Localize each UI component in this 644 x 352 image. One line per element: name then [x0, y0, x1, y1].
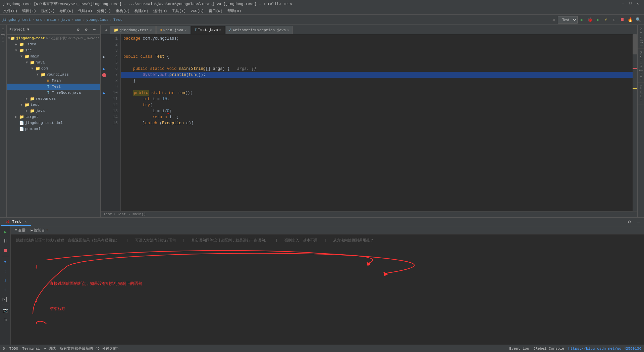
breadcrumb-java[interactable]: java — [61, 18, 70, 22]
window-controls[interactable]: ─ □ ✕ — [622, 1, 641, 6]
panel-gear-btn[interactable]: ⚙ — [83, 26, 90, 33]
scroll-thumb[interactable] — [633, 34, 637, 54]
menu-code[interactable]: 代码(O) — [76, 8, 94, 14]
tab-test-java[interactable]: T Test.java ✕ — [191, 26, 225, 34]
gutter-13 — [101, 108, 107, 114]
breadcrumb: jingdong-test › src › main › java › com … — [2, 18, 122, 22]
right-tool-ant[interactable]: Ant Build — [638, 25, 644, 49]
bottom-tab-debug-header[interactable]: 🐞 Test ✕ — [1, 218, 31, 226]
tree-item-resources[interactable]: ▶ 📁 resources — [7, 96, 100, 102]
url-link[interactable]: https://blog.csdn.net/qq_42590136 — [568, 347, 641, 351]
debug-force-step-into[interactable]: ⬇ — [1, 276, 9, 284]
debug-pin[interactable]: — — [635, 218, 643, 226]
debug-camera[interactable]: 📷 — [1, 306, 9, 314]
debug-evaluate[interactable]: ⊞ — [1, 316, 9, 324]
menu-view[interactable]: 视图(V) — [39, 8, 57, 14]
gutter-9 — [101, 84, 107, 90]
debug-stop[interactable]: ⏹ — [1, 247, 9, 255]
reload-button[interactable]: ↻ — [610, 16, 618, 24]
breadcrumb-main[interactable]: main — [47, 18, 56, 22]
debug-run-button[interactable]: 🐞 — [586, 16, 594, 24]
fire-button[interactable]: 🔥 — [627, 16, 634, 24]
run-config-select[interactable]: Test — [558, 16, 578, 24]
tree-item-com[interactable]: ▼ 📁 com — [7, 65, 100, 72]
stop-button[interactable]: ⏹ — [619, 16, 626, 24]
status-terminal[interactable]: Terminal — [22, 347, 40, 351]
debug-vars-tab[interactable]: ≡ 变量 — [13, 227, 28, 233]
coverage-button[interactable]: ▶ — [594, 16, 602, 24]
panel-collapse-btn[interactable]: — — [91, 26, 98, 33]
annotation-step-over: 跳过方法内部语句的执行过程，直接返回结果（如果有返回值） — [16, 237, 119, 244]
tree-item-pom[interactable]: ▶ 📄 pom.xml — [7, 126, 100, 132]
tree-item-main[interactable]: ▼ 📁 main — [7, 53, 100, 59]
status-debug-tab[interactable]: ✱ 调试 — [44, 346, 56, 351]
tree-item-treenode[interactable]: ▶ T TreeNode.java — [7, 90, 100, 96]
debug-run-cursor[interactable]: ⊳| — [1, 295, 9, 303]
breadcrumb-project[interactable]: jingdong-test — [2, 18, 31, 22]
tree-item-test-folder[interactable]: ▼ 📁 test — [7, 102, 100, 108]
right-scrollbar[interactable] — [633, 34, 637, 211]
minimize-button[interactable]: ─ — [622, 1, 627, 6]
tab-close-test[interactable]: ✕ — [219, 28, 221, 32]
run-button[interactable]: ▶ — [578, 16, 586, 24]
gutter-4: ▶ — [101, 54, 107, 60]
search-everywhere[interactable]: 🔍 — [635, 16, 642, 24]
jrebel-console[interactable]: JRebel Console — [533, 347, 564, 351]
java-icon-main: m — [46, 78, 51, 83]
right-tool-database[interactable]: Database — [638, 83, 644, 104]
tree-item-main-java[interactable]: ▶ m Main — [7, 78, 100, 84]
menu-build[interactable]: 构建(B) — [132, 8, 151, 14]
breadcrumb-src[interactable]: src — [36, 18, 42, 22]
debug-step-over[interactable]: ↷ — [1, 258, 9, 266]
debug-close[interactable]: ✕ — [25, 220, 27, 224]
tree-item-root[interactable]: ▼ 📁 jingdong-test N:\迅雷下载\WxPayAPI_JAVA\… — [7, 35, 100, 41]
menu-file[interactable]: 文件(F) — [1, 8, 19, 14]
menu-window[interactable]: 窗口(W) — [207, 8, 225, 14]
menu-refactor[interactable]: 重构(R) — [114, 8, 132, 14]
panel-sync-btn[interactable]: ⚙ — [75, 26, 82, 33]
gutter-12 — [101, 102, 107, 108]
back-button[interactable]: ◀ — [550, 16, 557, 24]
menu-tools[interactable]: 工具(T) — [170, 8, 188, 14]
debug-step-into[interactable]: ↓ — [1, 267, 9, 275]
code-content[interactable]: package com.youngclass; public class Tes… — [121, 34, 633, 211]
tree-item-youngclass[interactable]: ▼ 📁 youngclass — [7, 72, 100, 78]
tab-jingdong-test[interactable]: 📁 jingdong-test ✕ — [110, 26, 156, 34]
event-log[interactable]: Event Log — [509, 347, 529, 351]
tree-item-target[interactable]: ▶ 📁 target — [7, 114, 100, 120]
debug-console-tab[interactable]: ▶ 控制台 + — [29, 227, 50, 233]
breadcrumb-com[interactable]: com — [75, 18, 82, 22]
debug-settings[interactable]: ⚙ — [625, 218, 633, 226]
maximize-button[interactable]: □ — [629, 1, 634, 6]
close-button[interactable]: ✕ — [637, 1, 641, 6]
debug-resume[interactable]: ▶ — [1, 228, 9, 236]
tree-item-idea[interactable]: ▶ 📁 .idea — [7, 41, 100, 47]
tree-item-test-java-folder[interactable]: ▶ 📁 java — [7, 108, 100, 114]
menu-help[interactable]: 帮助(H) — [225, 8, 244, 14]
status-todo[interactable]: 6: TODO — [3, 347, 18, 351]
menu-run[interactable]: 运行(U) — [151, 8, 169, 14]
code-line-4: public class Test { — [121, 54, 633, 60]
tree-item-iml[interactable]: ▶ 📄 jingdong-test.iml — [7, 120, 100, 126]
tab-arithmetic[interactable]: A ArithmeticException.java ✕ — [226, 26, 293, 34]
tree-item-src[interactable]: ▼ 📁 src — [7, 47, 100, 53]
sidebar-tab-project[interactable]: Project — [1, 26, 6, 43]
menu-analyze[interactable]: 分析(Z) — [95, 8, 113, 14]
right-tool-maven[interactable]: Maven Projects — [638, 49, 644, 83]
tab-close-arithmetic[interactable]: ✕ — [287, 28, 289, 32]
tab-close-main[interactable]: ✕ — [184, 28, 186, 32]
tab-main-java[interactable]: m Main.java ✕ — [156, 26, 190, 34]
menu-vcs[interactable]: VCS(S) — [189, 8, 206, 14]
debug-step-out[interactable]: ↑ — [1, 286, 9, 294]
profile-button[interactable]: ⚡ — [602, 16, 610, 24]
breadcrumb-youngclass[interactable]: youngclass — [86, 18, 108, 22]
tree-item-java[interactable]: ▼ 📁 java — [7, 59, 100, 65]
breadcrumb-test[interactable]: Test — [113, 18, 122, 22]
tab-bar-left-btn[interactable]: ◀ — [102, 26, 110, 34]
gutter-6: ▶ — [101, 66, 107, 72]
tab-close-project[interactable]: ✕ — [150, 28, 152, 32]
debug-pause[interactable]: ⏸ — [1, 237, 9, 245]
menu-edit[interactable]: 编辑(E) — [20, 8, 38, 14]
tree-item-test-java[interactable]: ▶ T Test — [7, 84, 100, 90]
menu-navigate[interactable]: 导航(N) — [57, 8, 75, 14]
